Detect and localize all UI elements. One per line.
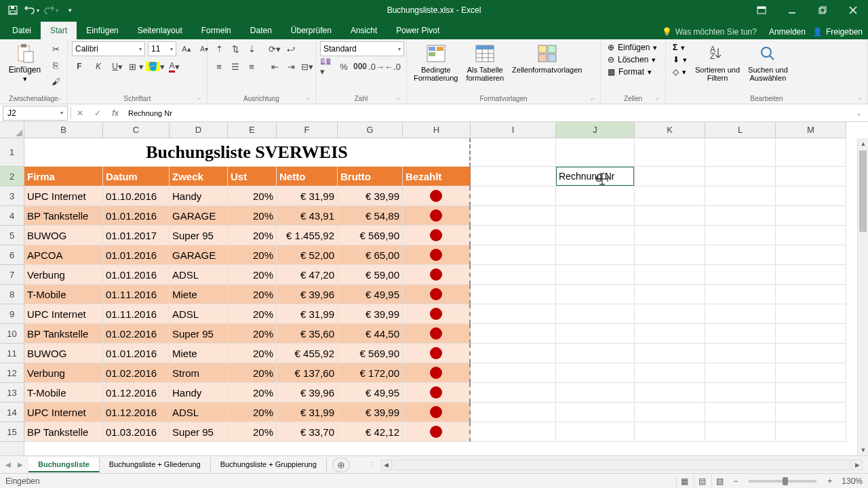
horizontal-scrollbar[interactable] [393,460,850,470]
column-header[interactable]: G [338,122,403,138]
row-header[interactable]: 10 [0,324,24,344]
cell[interactable] [705,324,776,344]
cell[interactable] [705,403,776,422]
cell[interactable] [471,186,556,206]
cell[interactable]: 20% [228,206,277,226]
cell[interactable]: € 33,70 [277,422,338,442]
cell[interactable] [556,265,635,285]
align-left-icon[interactable]: ≡ [212,59,226,74]
zoom-in-button[interactable]: + [823,476,836,486]
ribbon-tab-datei[interactable]: Datei [3,22,41,39]
cell[interactable]: 20% [228,344,277,363]
cell[interactable]: Miete [170,285,228,304]
cell[interactable]: BP Tankstelle [24,422,103,442]
conditional-formatting-button[interactable]: Bedingte Formatierung [411,41,460,83]
percent-format-icon[interactable]: % [336,59,351,74]
cell[interactable] [556,206,635,226]
align-center-icon[interactable]: ☰ [228,59,243,74]
cell[interactable] [776,167,846,186]
decrease-decimal-icon[interactable]: ←.0 [385,59,400,74]
cell[interactable]: € 172,00 [338,363,403,383]
cell[interactable]: Bezahlt [403,167,471,186]
cell[interactable] [635,285,705,304]
column-header[interactable]: K [635,122,705,138]
cell[interactable]: € 65,00 [338,245,403,265]
cell[interactable] [403,245,471,265]
clear-button[interactable]: ◇ ▾ [670,66,690,78]
scroll-thumb[interactable] [859,150,867,232]
italic-button[interactable]: K [91,59,106,74]
cell[interactable]: 01.02.2016 [103,324,170,344]
delete-cells-button[interactable]: ⊖Löschen ▾ [605,54,658,66]
cell[interactable] [403,383,471,403]
select-all-corner[interactable] [0,122,24,138]
row-header[interactable]: 6 [0,245,24,265]
row-header[interactable]: 1 [0,138,24,167]
cell[interactable] [635,167,705,186]
sheet-tab[interactable]: Buchungsliste + Gruppierung [211,458,327,472]
normal-view-icon[interactable]: ▦ [676,475,692,487]
cancel-edit-icon[interactable]: ✕ [71,106,89,121]
cell[interactable]: € 39,99 [338,304,403,324]
cell[interactable]: 01.10.2016 [103,186,170,206]
ribbon-tab-formeln[interactable]: Formeln [192,22,241,39]
cell[interactable]: UPC Internet [24,304,103,324]
active-cell[interactable] [556,167,635,186]
cell[interactable]: 01.12.2016 [103,383,170,403]
zoom-out-button[interactable]: − [729,476,742,486]
cell[interactable] [403,344,471,363]
cell[interactable] [556,383,635,403]
cell[interactable] [705,206,776,226]
cell[interactable] [403,403,471,422]
cell[interactable] [556,138,635,167]
cell[interactable] [556,245,635,265]
cell[interactable]: Brutto [338,167,403,186]
cell[interactable] [776,304,846,324]
wrap-text-button[interactable]: ⮐ [283,41,298,56]
cell[interactable] [635,403,705,422]
cell[interactable] [635,304,705,324]
increase-font-icon[interactable]: A▴ [179,41,194,56]
cell[interactable] [471,245,556,265]
cell[interactable] [471,265,556,285]
cell[interactable]: € 44,50 [338,324,403,344]
cell[interactable]: 20% [228,265,277,285]
cell[interactable] [471,206,556,226]
cell[interactable]: € 39,99 [338,186,403,206]
cell[interactable] [776,344,846,363]
cell[interactable] [471,383,556,403]
row-header[interactable]: 8 [0,285,24,304]
cell[interactable]: 20% [228,186,277,206]
cell[interactable] [635,422,705,442]
cell[interactable] [705,245,776,265]
cell[interactable] [635,383,705,403]
cell[interactable]: Datum [103,167,170,186]
cell[interactable]: Handy [170,383,228,403]
cell[interactable] [776,285,846,304]
comma-format-icon[interactable]: 000 [353,59,368,74]
cell[interactable] [776,265,846,285]
cell[interactable]: ADSL [170,304,228,324]
ribbon-tab-überprüfen[interactable]: Überprüfen [281,22,341,39]
cell[interactable]: € 569,90 [338,344,403,363]
cell[interactable]: € 42,12 [338,422,403,442]
cell[interactable]: 20% [228,226,277,245]
cell[interactable] [705,383,776,403]
cell[interactable]: 20% [228,285,277,304]
cell[interactable]: UPC Internet [24,186,103,206]
cell[interactable] [705,422,776,442]
cell[interactable]: Handy [170,186,228,206]
row-header[interactable]: 5 [0,226,24,245]
cell[interactable] [403,186,471,206]
hscroll-right[interactable]: ▶ [852,460,863,470]
row-header[interactable]: 13 [0,383,24,403]
cell[interactable]: Super 95 [170,422,228,442]
column-header[interactable]: M [776,122,846,138]
font-size-combo[interactable]: 11▾ [148,41,176,56]
cell[interactable]: GARAGE [170,245,228,265]
cell[interactable] [776,245,846,265]
column-header[interactable]: D [170,122,228,138]
fill-button[interactable]: ⬇ ▾ [670,54,690,66]
cell[interactable]: € 569,90 [338,226,403,245]
cell[interactable] [403,206,471,226]
